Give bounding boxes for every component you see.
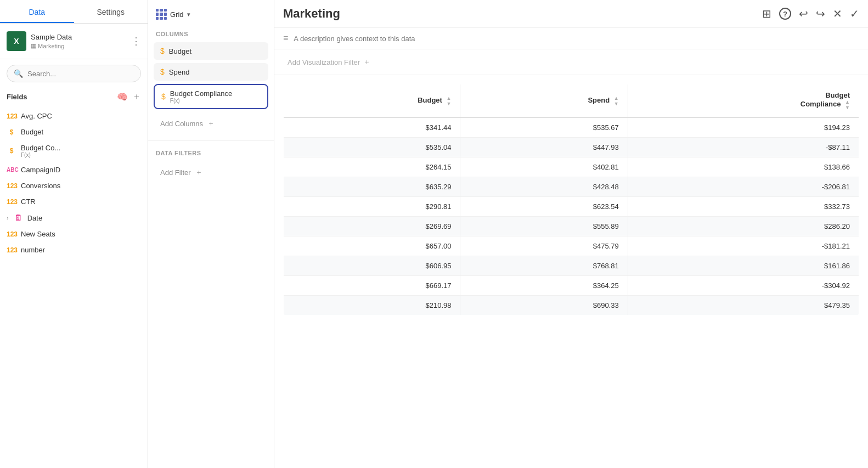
table-row: $535.04 $447.93 -$87.11 — [284, 138, 859, 157]
add-field-button[interactable]: ＋ — [132, 91, 141, 103]
field-name-container: Budget Co... F(x) — [21, 144, 141, 158]
table-row: $606.95 $768.81 $161.86 — [284, 256, 859, 276]
cell-budget: $290.81 — [284, 197, 460, 217]
fields-label: Fields — [7, 93, 114, 101]
cell-compliance: $161.86 — [628, 256, 859, 276]
col-header-budget-compliance[interactable]: BudgetCompliance ▲ ▼ — [628, 84, 859, 118]
field-item-conversions[interactable]: 123 Conversions — [0, 178, 148, 194]
cell-compliance: $138.66 — [628, 157, 859, 177]
add-viz-filter-label: Add Visualization Filter — [288, 58, 360, 66]
table-row: $341.44 $535.67 $194.23 — [284, 117, 859, 138]
pill-label: Budget — [169, 47, 262, 55]
cell-compliance: $286.20 — [628, 217, 859, 236]
data-table: Budget ▲ ▼ Spend ▲ ▼ — [283, 84, 859, 315]
table-icon: ▦ — [31, 42, 36, 49]
cell-spend: $428.48 — [460, 177, 628, 197]
column-pill-spend[interactable]: $ Spend — [154, 63, 268, 81]
description-icon: ≡ — [283, 33, 288, 43]
col-header-budget[interactable]: Budget ▲ ▼ — [284, 84, 460, 118]
pill-sub: F(x) — [170, 98, 261, 104]
cell-budget: $669.17 — [284, 276, 460, 296]
cell-budget: $657.00 — [284, 236, 460, 256]
cell-spend: $475.79 — [460, 236, 628, 256]
add-columns-label: Add Columns — [160, 120, 203, 128]
cell-budget: $606.95 — [284, 256, 460, 276]
data-source-sub: ▦ Marketing — [31, 42, 127, 49]
viz-title-input[interactable] — [283, 7, 756, 21]
tab-settings[interactable]: Settings — [74, 0, 148, 23]
grid-selector[interactable]: Grid ▾ — [148, 7, 274, 26]
col-header-spend[interactable]: Spend ▲ ▼ — [460, 84, 628, 118]
cell-compliance: $332.73 — [628, 197, 859, 217]
grid-view-icon — [156, 9, 167, 20]
dollar-icon: $ — [160, 67, 165, 76]
description-input[interactable] — [294, 35, 859, 43]
table-row: $657.00 $475.79 -$181.21 — [284, 236, 859, 256]
excel-icon: X — [7, 31, 26, 51]
cell-spend: $623.54 — [460, 197, 628, 217]
field-sub-text: F(x) — [21, 152, 141, 158]
column-pill-budget[interactable]: $ Budget — [154, 42, 268, 60]
undo-icon[interactable]: ↩ — [799, 7, 808, 20]
pill-label: Budget Compliance — [170, 89, 232, 98]
grid-view-toolbar-icon[interactable]: ⊞ — [762, 7, 771, 20]
cell-spend: $768.81 — [460, 256, 628, 276]
data-source-header: X Sample Data ▦ Marketing ⋮ — [0, 24, 148, 59]
field-name: number — [21, 246, 141, 254]
middle-panel: Grid ▾ COLUMNS $ Budget $ Spend $ Budget… — [148, 0, 274, 468]
cell-compliance: -$181.21 — [628, 236, 859, 256]
data-source-name: Sample Data — [31, 33, 127, 41]
field-item-date[interactable]: › 🗓 Date — [0, 210, 148, 226]
table-row: $290.81 $623.54 $332.73 — [284, 197, 859, 217]
number-type-icon: 123 — [7, 230, 16, 238]
table-header-row: Budget ▲ ▼ Spend ▲ ▼ — [284, 84, 859, 118]
cell-budget: $264.15 — [284, 157, 460, 177]
field-item-number[interactable]: 123 number — [0, 242, 148, 258]
abc-type-icon: ABC — [7, 167, 16, 173]
cell-budget: $535.04 — [284, 138, 460, 157]
field-item-ctr[interactable]: 123 CTR — [0, 194, 148, 210]
dollar-icon: $ — [161, 92, 166, 101]
grid-label: Grid — [170, 10, 184, 19]
cell-compliance: -$304.92 — [628, 276, 859, 296]
table-row: $210.98 $690.33 $479.35 — [284, 296, 859, 315]
field-item-new-seats[interactable]: 123 New Seats — [0, 226, 148, 242]
sort-icons-compliance: ▲ ▼ — [845, 99, 850, 110]
dollar-icon: $ — [160, 47, 165, 55]
search-box[interactable]: 🔍 — [7, 65, 141, 82]
cell-budget: $210.98 — [284, 296, 460, 315]
search-icon: 🔍 — [14, 69, 23, 78]
table-body: $341.44 $535.67 $194.23 $535.04 $447.93 … — [284, 117, 859, 315]
cell-budget: $269.69 — [284, 217, 460, 236]
close-icon[interactable]: ✕ — [833, 7, 842, 20]
table-row: $269.69 $555.89 $286.20 — [284, 217, 859, 236]
table-container: Budget ▲ ▼ Spend ▲ ▼ — [274, 75, 868, 468]
table-row: $264.15 $402.81 $138.66 — [284, 157, 859, 177]
field-name: CTR — [21, 198, 141, 206]
field-item-budget[interactable]: $ Budget — [0, 124, 148, 140]
dollar-type-icon: $ — [7, 147, 16, 155]
field-item-budget-compliance[interactable]: $ Budget Co... F(x) ⋮ — [0, 140, 148, 162]
cell-compliance: -$87.11 — [628, 138, 859, 157]
add-viz-filter-button[interactable]: Add Visualization Filter ＋ — [283, 55, 375, 69]
add-filter-label: Add Filter — [160, 168, 191, 177]
add-columns-button[interactable]: Add Columns ＋ — [154, 114, 268, 133]
data-source-more-button[interactable]: ⋮ — [131, 36, 141, 46]
field-item-campaign-id[interactable]: ABC CampaignID — [0, 162, 148, 178]
cell-spend: $535.67 — [460, 117, 628, 138]
field-name: Budget — [21, 128, 141, 136]
date-type-icon: 🗓 — [13, 213, 23, 222]
sort-down-icon: ▼ — [447, 101, 452, 106]
sort-icons-spend: ▲ ▼ — [614, 95, 619, 106]
redo-icon[interactable]: ↪ — [816, 7, 825, 20]
help-icon[interactable]: ? — [779, 8, 791, 20]
add-filter-button[interactable]: Add Filter ＋ — [154, 163, 268, 182]
confirm-icon[interactable]: ✓ — [850, 7, 859, 20]
ai-fields-icon[interactable]: 🧠 — [117, 92, 128, 102]
search-input[interactable] — [27, 70, 134, 78]
tab-data[interactable]: Data — [0, 0, 74, 23]
table-row: $635.29 $428.48 -$206.81 — [284, 177, 859, 197]
column-pill-budget-compliance[interactable]: $ Budget Compliance F(x) — [154, 84, 268, 109]
field-name: Conversions — [21, 182, 141, 190]
field-item-avg-cpc[interactable]: 123 Avg. CPC — [0, 108, 148, 124]
